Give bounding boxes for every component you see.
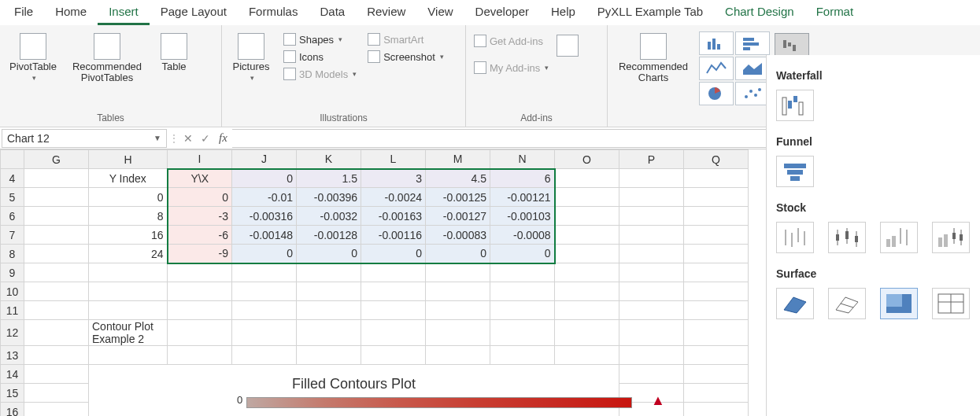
line-chart-button[interactable]: [699, 57, 734, 80]
cell-M8[interactable]: 0: [426, 245, 490, 263]
smartart-button[interactable]: SmartArt: [364, 31, 447, 47]
row-header-14[interactable]: 14: [1, 365, 24, 384]
col-header-M[interactable]: M: [426, 150, 490, 169]
cell-Q7[interactable]: [684, 226, 749, 245]
cell-M6[interactable]: -0.00127: [426, 207, 490, 226]
cell-N6[interactable]: -0.00103: [490, 207, 555, 226]
cell-I8[interactable]: -9: [168, 245, 232, 263]
enter-formula-button[interactable]: ✓: [197, 129, 214, 148]
col-header-O[interactable]: O: [555, 150, 619, 169]
surface-3d-thumb[interactable]: [776, 288, 814, 319]
icons-button[interactable]: Icons: [280, 49, 360, 64]
name-box-dropdown-icon[interactable]: ▼: [153, 134, 161, 142]
cell-G6[interactable]: [24, 207, 89, 226]
embedded-chart[interactable]: Filled Contours Plot 0 ▲: [89, 365, 619, 417]
pictures-button[interactable]: Pictures: [227, 31, 276, 83]
cell-P5[interactable]: [619, 188, 684, 207]
cell-K6[interactable]: -0.0032: [297, 207, 361, 226]
cell-O5[interactable]: [555, 188, 619, 207]
area-chart-button[interactable]: [735, 57, 770, 80]
cancel-formula-button[interactable]: ✕: [179, 129, 197, 148]
cell-M5[interactable]: -0.00125: [426, 188, 490, 207]
cell-I4[interactable]: Y\X: [168, 169, 232, 188]
tab-file[interactable]: File: [3, 2, 44, 25]
cell-O6[interactable]: [555, 207, 619, 226]
cell-K4[interactable]: 1.5: [297, 169, 361, 188]
cell-P6[interactable]: [619, 207, 684, 226]
cell-H6[interactable]: 8: [89, 207, 168, 226]
tab-data[interactable]: Data: [309, 2, 356, 25]
column-chart-button[interactable]: [699, 31, 734, 55]
row-header-6[interactable]: 6: [1, 207, 24, 226]
col-header-Q[interactable]: Q: [684, 150, 749, 169]
recommended-charts-button[interactable]: Recommended Charts: [612, 31, 694, 86]
cell-K5[interactable]: -0.00396: [297, 188, 361, 207]
cell-P4[interactable]: [619, 169, 684, 188]
cell-G5[interactable]: [24, 188, 89, 207]
cell-N7[interactable]: -0.0008: [490, 226, 555, 245]
contour-wire-thumb[interactable]: [932, 288, 970, 319]
tab-formulas[interactable]: Formulas: [238, 2, 309, 25]
cell-P7[interactable]: [619, 226, 684, 245]
cell-K8[interactable]: 0: [297, 245, 361, 263]
row-header-9[interactable]: 9: [1, 263, 24, 282]
cell-N4[interactable]: 6: [490, 169, 555, 188]
row-header-4[interactable]: 4: [1, 169, 24, 188]
col-header-J[interactable]: J: [232, 150, 297, 169]
cell-L6[interactable]: -0.00163: [361, 207, 426, 226]
tab-developer[interactable]: Developer: [464, 2, 540, 25]
cell-N8[interactable]: 0: [490, 245, 555, 263]
tab-review[interactable]: Review: [356, 2, 416, 25]
tab-help[interactable]: Help: [540, 2, 586, 25]
cell-L7[interactable]: -0.00116: [361, 226, 426, 245]
tab-page-layout[interactable]: Page Layout: [150, 2, 238, 25]
my-addins-button[interactable]: My Add-ins: [471, 60, 552, 75]
contour-thumb[interactable]: [880, 288, 918, 319]
tab-home[interactable]: Home: [44, 2, 98, 25]
cell-Q4[interactable]: [684, 169, 749, 188]
bing-maps-icon[interactable]: [557, 35, 579, 57]
fx-label[interactable]: fx: [214, 131, 232, 145]
tab-view[interactable]: View: [416, 2, 464, 25]
cell-H12[interactable]: Contour Plot Example 2: [89, 320, 168, 346]
row-header-10[interactable]: 10: [1, 282, 24, 301]
row-header-15[interactable]: 15: [1, 384, 24, 403]
cell-J6[interactable]: -0.00316: [232, 207, 297, 226]
cell-O8[interactable]: [555, 245, 619, 263]
cell-L4[interactable]: 3: [361, 169, 426, 188]
cell-P8[interactable]: [619, 245, 684, 263]
cell-O4[interactable]: [555, 169, 619, 188]
tab-pyxll[interactable]: PyXLL Example Tab: [586, 2, 714, 25]
col-header-K[interactable]: K: [297, 150, 361, 169]
name-box[interactable]: Chart 12 ▼: [2, 129, 167, 148]
col-header-G[interactable]: G: [24, 150, 89, 169]
cell-J7[interactable]: -0.00148: [232, 226, 297, 245]
cell-I6[interactable]: -3: [168, 207, 232, 226]
cell-L5[interactable]: -0.0024: [361, 188, 426, 207]
row-header-7[interactable]: 7: [1, 226, 24, 245]
cell-G8[interactable]: [24, 245, 89, 263]
surface-wire-thumb[interactable]: [828, 288, 866, 319]
cell-M7[interactable]: -0.00083: [426, 226, 490, 245]
cell-M4[interactable]: 4.5: [426, 169, 490, 188]
cell-J4[interactable]: 0: [232, 169, 297, 188]
screenshot-button[interactable]: Screenshot: [364, 49, 447, 64]
tab-insert[interactable]: Insert: [98, 2, 150, 25]
formula-bar-splitter[interactable]: ⋮: [168, 132, 179, 145]
cell-H7[interactable]: 16: [89, 226, 168, 245]
stock-hlc-thumb[interactable]: [776, 222, 814, 253]
row-header-12[interactable]: 12: [1, 320, 24, 346]
stock-ohlc-thumb[interactable]: [828, 222, 866, 253]
cell-H4[interactable]: Y Index: [89, 169, 168, 188]
select-all-cell[interactable]: [1, 150, 24, 169]
cell-J5[interactable]: -0.01: [232, 188, 297, 207]
cell-H8[interactable]: 24: [89, 245, 168, 263]
pie-chart-button[interactable]: [699, 82, 734, 105]
cell-I5[interactable]: 0: [168, 188, 232, 207]
row-header-16[interactable]: 16: [1, 403, 24, 417]
col-header-L[interactable]: L: [361, 150, 426, 169]
shapes-button[interactable]: Shapes: [280, 31, 360, 47]
scatter-chart-button[interactable]: [735, 82, 770, 105]
tab-chart-design[interactable]: Chart Design: [714, 2, 805, 25]
cell-Q8[interactable]: [684, 245, 749, 263]
